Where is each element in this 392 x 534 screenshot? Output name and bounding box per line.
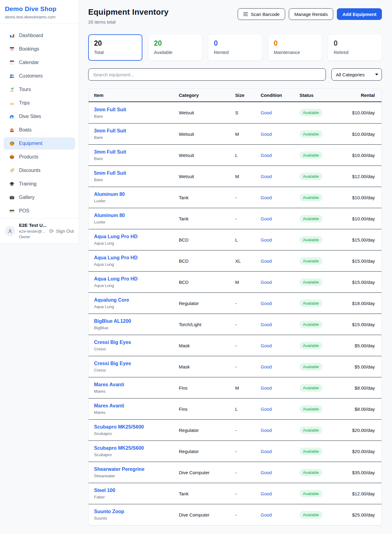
scan-barcode-button[interactable]: Scan Barcode: [238, 8, 285, 20]
cell-condition[interactable]: Good: [261, 153, 300, 158]
stat-card-total[interactable]: 20 Total: [88, 34, 142, 61]
stat-card-maintenance[interactable]: 0 Maintenance: [268, 34, 322, 61]
item-brand: Luxfer: [94, 220, 179, 224]
sidebar-item-tours[interactable]: Tours: [4, 83, 75, 96]
stat-value-retired: 0: [334, 39, 376, 48]
item-brand: Aqua Lung: [94, 262, 179, 267]
item-link[interactable]: Cressi Big Eyes: [94, 361, 179, 366]
cell-condition[interactable]: Good: [261, 449, 300, 454]
cell-condition[interactable]: Good: [261, 364, 300, 369]
sidebar-item-discounts[interactable]: Discounts: [4, 164, 75, 177]
cell-size: -: [235, 301, 261, 306]
cell-condition[interactable]: Good: [261, 216, 300, 221]
brand-title[interactable]: Demo Dive Shop: [5, 5, 74, 13]
cell-category: Fins: [179, 406, 235, 412]
sidebar-item-trips[interactable]: Trips: [4, 97, 75, 109]
item-link[interactable]: Scubapro MK25/S600: [94, 445, 179, 451]
sidebar-item-label: Training: [19, 181, 36, 187]
cell-condition[interactable]: Good: [261, 195, 300, 200]
cell-condition[interactable]: Good: [261, 491, 300, 496]
cell-condition[interactable]: Good: [261, 385, 300, 391]
stat-label-available: Available: [154, 50, 197, 55]
item-link[interactable]: Mares Avanti: [94, 403, 179, 409]
cell-status: Available: [300, 278, 352, 286]
cell-condition[interactable]: Good: [261, 132, 300, 137]
item-link[interactable]: 3mm Full Suit: [94, 107, 179, 113]
item-link[interactable]: Aqua Lung Pro HD: [94, 234, 179, 239]
sidebar-item-dashboard[interactable]: Dashboard: [4, 29, 75, 42]
sidebar-item-label: Bookings: [19, 46, 39, 52]
cell-condition[interactable]: Good: [261, 428, 300, 433]
item-brand: Scubapro: [94, 452, 179, 457]
sidebar-item-bookings[interactable]: 17 Bookings: [4, 43, 75, 55]
stat-card-available[interactable]: 20 Available: [148, 34, 202, 61]
stat-label-maintenance: Maintenance: [274, 50, 316, 55]
cell-size: L: [235, 153, 261, 158]
cell-condition[interactable]: Good: [261, 237, 300, 242]
cell-condition[interactable]: Good: [261, 174, 300, 179]
speedboat-icon: [9, 100, 15, 106]
sidebar-item-calendar[interactable]: Calendar: [4, 56, 75, 69]
sidebar-item-boats[interactable]: Boats: [4, 124, 75, 136]
cell-rental: $12.00/day: [352, 174, 375, 179]
sidebar-item-pos[interactable]: POS: [4, 205, 75, 217]
item-link[interactable]: Aqua Lung Pro HD: [94, 255, 179, 261]
table-body: 3mm Full SuitBare Wetsuit S Good Availab…: [89, 102, 382, 525]
item-link[interactable]: BigBlue AL1200: [94, 318, 179, 324]
sidebar-item-dive-sites[interactable]: Dive Sites: [4, 110, 75, 123]
item-link[interactable]: Aluminum 80: [94, 192, 179, 197]
stat-label-rented: Rented: [214, 50, 256, 55]
sign-out-button[interactable]: Sign Out: [49, 228, 74, 234]
cell-condition[interactable]: Good: [261, 343, 300, 348]
cell-status: Available: [300, 194, 352, 201]
item-link[interactable]: Mares Avanti: [94, 382, 179, 387]
sidebar-item-equipment[interactable]: Equipment: [4, 137, 75, 150]
cell-condition[interactable]: Good: [261, 322, 300, 327]
table-row: 3mm Full SuitBare Wetsuit L Good Availab…: [89, 144, 382, 166]
item-brand: Mares: [94, 389, 179, 394]
item-link[interactable]: Shearwater Peregrine: [94, 467, 179, 472]
table-header-row: Item Category Size Condition Status Rent…: [89, 89, 382, 102]
sidebar-item-products[interactable]: Products: [4, 151, 75, 163]
sidebar-item-customers[interactable]: Customers: [4, 70, 75, 82]
manage-rentals-button[interactable]: Manage Rentals: [289, 8, 333, 20]
item-link[interactable]: Aluminum 80: [94, 213, 179, 218]
sidebar-item-label: Tours: [19, 87, 31, 92]
sidebar-item-training[interactable]: Training: [4, 178, 75, 190]
category-select[interactable]: All Categories: [331, 68, 382, 81]
stat-card-retired[interactable]: 0 Retired: [328, 34, 382, 61]
item-link[interactable]: 3mm Full Suit: [94, 149, 179, 155]
item-link[interactable]: Scubapro MK25/S600: [94, 424, 179, 430]
cell-status: Available: [300, 151, 352, 159]
cell-condition[interactable]: Good: [261, 406, 300, 412]
item-link[interactable]: Aqua Lung Pro HD: [94, 276, 179, 282]
cell-condition[interactable]: Good: [261, 470, 300, 475]
sign-out-icon: [49, 228, 54, 234]
status-badge: Available: [300, 490, 322, 498]
add-equipment-button[interactable]: Add Equipment: [337, 8, 382, 20]
table-row: Mares AvantiMares Fins L Good Available …: [89, 398, 382, 419]
cell-condition[interactable]: Good: [261, 301, 300, 306]
cell-size: -: [235, 491, 261, 496]
cell-status: Available: [300, 342, 352, 349]
stat-card-rented[interactable]: 0 Rented: [208, 34, 262, 61]
user-role: Owner: [19, 235, 45, 240]
item-link[interactable]: 3mm Full Suit: [94, 128, 179, 134]
item-link[interactable]: Steel 100: [94, 488, 179, 493]
cell-condition[interactable]: Good: [261, 110, 300, 115]
item-link[interactable]: Cressi Big Eyes: [94, 340, 179, 345]
cell-condition[interactable]: Good: [261, 258, 300, 264]
sidebar-item-label: POS: [19, 208, 29, 214]
stat-value-total: 20: [94, 39, 137, 48]
cell-size: -: [235, 449, 261, 454]
item-link[interactable]: Suunto Zoop: [94, 509, 179, 514]
sidebar-item-gallery[interactable]: Gallery: [4, 191, 75, 204]
status-badge: Available: [300, 448, 322, 455]
cell-category: Wetsuit: [179, 110, 235, 115]
item-link[interactable]: 5mm Full Suit: [94, 170, 179, 176]
search-input[interactable]: [88, 68, 326, 81]
item-link[interactable]: Aqualung Core: [94, 297, 179, 303]
cell-condition[interactable]: Good: [261, 280, 300, 285]
user-footer: E2E Test U... e2e-tester@... Owner Sign …: [0, 218, 79, 244]
cell-condition[interactable]: Good: [261, 512, 300, 517]
